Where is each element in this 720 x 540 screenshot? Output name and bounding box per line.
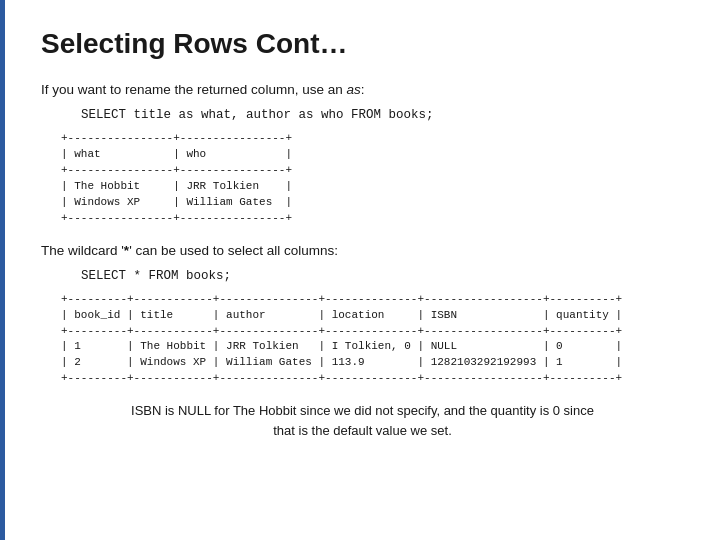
- page-title: Selecting Rows Cont…: [41, 28, 684, 60]
- intro-text: If you want to rename the returned colum…: [41, 82, 364, 97]
- section2-intro: The wildcard '*' can be used to select a…: [41, 241, 684, 261]
- note-line2: that is the default value we set.: [273, 423, 452, 438]
- note-line1: ISBN is NULL for The Hobbit since we did…: [131, 403, 594, 418]
- section1-intro: If you want to rename the returned colum…: [41, 80, 684, 100]
- slide-container: Selecting Rows Cont… If you want to rena…: [0, 0, 720, 540]
- wildcard-text: The wildcard '*' can be used to select a…: [41, 243, 338, 258]
- section-2: The wildcard '*' can be used to select a…: [41, 241, 684, 388]
- section2-table: +---------+------------+---------------+…: [61, 292, 684, 388]
- bottom-note: ISBN is NULL for The Hobbit since we did…: [41, 401, 684, 440]
- section1-code: SELECT title as what, author as who FROM…: [81, 106, 684, 125]
- section1-table: +----------------+----------------+ | wh…: [61, 131, 684, 227]
- section2-code: SELECT * FROM books;: [81, 267, 684, 286]
- section-1: If you want to rename the returned colum…: [41, 80, 684, 227]
